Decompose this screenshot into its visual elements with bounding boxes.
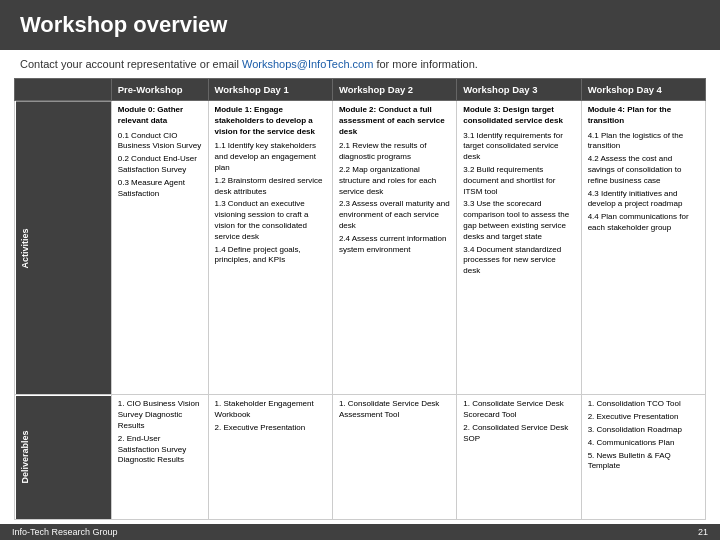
footer: Info-Tech Research Group 21 [0, 524, 720, 540]
list-item: 1. Consolidation TCO Tool [588, 399, 699, 410]
deliverables-pre-workshop: 1. CIO Business Vision Survey Diagnostic… [111, 395, 208, 520]
activities-day2: Module 2: Conduct a full assessment of e… [332, 101, 456, 395]
workshop-table: Pre-Workshop Workshop Day 1 Workshop Day… [14, 78, 706, 520]
module0-title: Module 0: Gather relevant data [118, 105, 202, 127]
list-item: 1.4 Define project goals, principles, an… [215, 245, 326, 267]
slide: Workshop overview Contact your account r… [0, 0, 720, 540]
col-day2: Workshop Day 2 [332, 79, 456, 101]
list-item: 1. CIO Business Vision Survey Diagnostic… [118, 399, 202, 431]
list-item: 1.3 Conduct an executive visioning sessi… [215, 199, 326, 242]
list-item: 1. Stakeholder Engagement Workbook [215, 399, 326, 421]
list-item: 0.2 Conduct End-User Satisfaction Survey [118, 154, 202, 176]
activities-day1: Module 1: Engage stakeholders to develop… [208, 101, 332, 395]
list-item: 2.1 Review the results of diagnostic pro… [339, 141, 450, 163]
list-item: 1.1 Identify key stakeholders and develo… [215, 141, 326, 173]
subtitle-text: Contact your account representative or e… [20, 58, 242, 70]
col-pre-workshop: Pre-Workshop [111, 79, 208, 101]
list-item: 4. Communications Plan [588, 438, 699, 449]
list-item: 2. Executive Presentation [215, 423, 326, 434]
module2-title: Module 2: Conduct a full assessment of e… [339, 105, 450, 137]
deliverables-day2: 1. Consolidate Service Desk Assessment T… [332, 395, 456, 520]
module2-items: 2.1 Review the results of diagnostic pro… [339, 141, 450, 255]
module0-items: 0.1 Conduct CIO Business Vision Survey 0… [118, 131, 202, 200]
subtitle: Contact your account representative or e… [0, 50, 720, 78]
list-item: 3.2 Build requirements document and shor… [463, 165, 574, 197]
list-item: 1.2 Brainstorm desired service desk attr… [215, 176, 326, 198]
list-item: 4.3 Identify initiatives and develop a p… [588, 189, 699, 211]
list-item: 4.4 Plan communications for each stakeho… [588, 212, 699, 234]
module1-items: 1.1 Identify key stakeholders and develo… [215, 141, 326, 266]
col-day1: Workshop Day 1 [208, 79, 332, 101]
list-item: 4.1 Plan the logistics of the transition [588, 131, 699, 153]
module3-items: 3.1 Identify requirements for target con… [463, 131, 574, 277]
list-item: 2.4 Assess current information system en… [339, 234, 450, 256]
activities-day4: Module 4: Plan for the transition 4.1 Pl… [581, 101, 705, 395]
title-bar: Workshop overview [0, 0, 720, 50]
list-item: 2. Consolidated Service Desk SOP [463, 423, 574, 445]
list-item: 3.3 Use the scorecard comparison tool to… [463, 199, 574, 242]
footer-page: 21 [698, 527, 708, 537]
list-item: 1. Consolidate Service Desk Assessment T… [339, 399, 450, 421]
list-item: 5. News Bulletin & FAQ Template [588, 451, 699, 473]
table-container: Pre-Workshop Workshop Day 1 Workshop Day… [0, 78, 720, 524]
module4-items: 4.1 Plan the logistics of the transition… [588, 131, 699, 234]
list-item: 2. Executive Presentation [588, 412, 699, 423]
activities-row: Activities Module 0: Gather relevant dat… [15, 101, 706, 395]
col-day4: Workshop Day 4 [581, 79, 705, 101]
activities-day3: Module 3: Design target consolidated ser… [457, 101, 581, 395]
deliverables-day3: 1. Consolidate Service Desk Scorecard To… [457, 395, 581, 520]
footer-brand: Info-Tech Research Group [12, 527, 118, 537]
module4-title: Module 4: Plan for the transition [588, 105, 699, 127]
list-item: 1. Consolidate Service Desk Scorecard To… [463, 399, 574, 421]
list-item: 0.1 Conduct CIO Business Vision Survey [118, 131, 202, 153]
deliverables-label: Deliverables [15, 395, 112, 520]
list-item: 0.3 Measure Agent Satisfaction [118, 178, 202, 200]
module3-title: Module 3: Design target consolidated ser… [463, 105, 574, 127]
activities-pre-workshop: Module 0: Gather relevant data 0.1 Condu… [111, 101, 208, 395]
deliverables-row: Deliverables 1. CIO Business Vision Surv… [15, 395, 706, 520]
deliverables-day4: 1. Consolidation TCO Tool 2. Executive P… [581, 395, 705, 520]
module1-title: Module 1: Engage stakeholders to develop… [215, 105, 326, 137]
deliverables-day1: 1. Stakeholder Engagement Workbook 2. Ex… [208, 395, 332, 520]
subtitle-suffix: for more information. [373, 58, 478, 70]
list-item: 2. End-User Satisfaction Survey Diagnost… [118, 434, 202, 466]
list-item: 3. Consolidation Roadmap [588, 425, 699, 436]
email-link[interactable]: Workshops@InfoTech.com [242, 58, 373, 70]
list-item: 3.1 Identify requirements for target con… [463, 131, 574, 163]
list-item: 3.4 Document standardized processes for … [463, 245, 574, 277]
list-item: 2.2 Map organizational structure and rol… [339, 165, 450, 197]
col-day3: Workshop Day 3 [457, 79, 581, 101]
list-item: 4.2 Assess the cost and savings of conso… [588, 154, 699, 186]
activities-label: Activities [15, 101, 112, 395]
list-item: 2.3 Assess overall maturity and environm… [339, 199, 450, 231]
slide-title: Workshop overview [20, 12, 227, 37]
